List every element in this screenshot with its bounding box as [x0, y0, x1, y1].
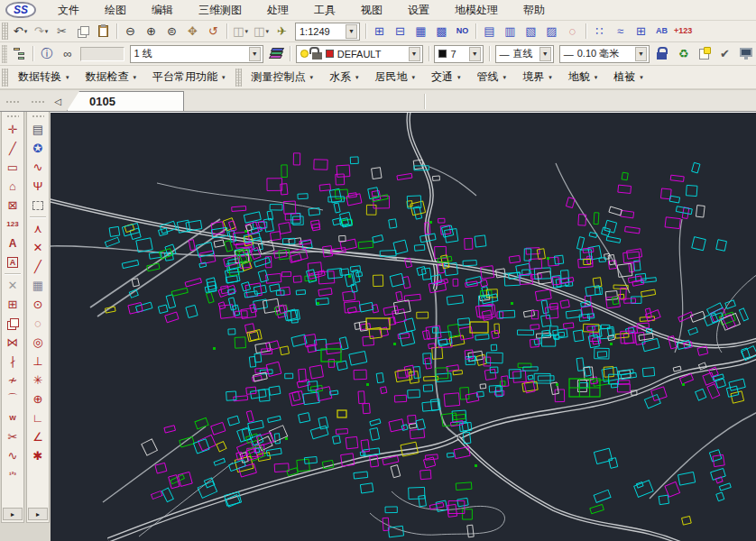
viewport-grid-icon[interactable]: ▩ [432, 22, 451, 41]
plan-view-icon[interactable]: ◫▾ [252, 22, 271, 41]
menu-button-0-2[interactable]: 平台常用功能▾ [145, 69, 233, 87]
notebook-icon[interactable]: ▤ [28, 120, 48, 139]
clip-icon[interactable]: ✂ [3, 427, 23, 446]
menu-button-1-0[interactable]: 测量控制点▾ [244, 69, 321, 87]
mirror-icon[interactable]: ⋈ [3, 333, 23, 352]
scale-combo[interactable]: 1:1249▼ [295, 23, 360, 41]
segment-icon[interactable]: ╱ [28, 257, 48, 276]
menu-button-1-3[interactable]: 交通▾ [424, 69, 468, 87]
menu-button-1-7[interactable]: 植被▾ [606, 69, 650, 87]
copy-icon[interactable] [73, 22, 92, 41]
named-view-icon[interactable]: ◫▾ [231, 22, 250, 41]
extend-icon[interactable]: ≁ [3, 371, 23, 390]
menu-item-3[interactable]: 三维测图 [186, 1, 254, 20]
zoom-in-icon[interactable]: ⊕ [142, 22, 161, 41]
drawing-tab-0105[interactable]: 0105 [67, 91, 184, 111]
color-combo[interactable]: 7▼ [434, 45, 483, 63]
menu-item-0[interactable]: 文件 [45, 1, 92, 20]
perpendicular-icon[interactable]: ⊥ [28, 352, 48, 371]
arc-bridge-icon[interactable]: ⌒ [3, 390, 23, 408]
no-draw-icon[interactable]: NO [453, 22, 472, 41]
regen-icon[interactable]: ♻ [674, 44, 693, 63]
loop-select-icon[interactable]: ◌ [563, 22, 582, 41]
layer-combo-dropdown[interactable]: ▼ [409, 47, 420, 61]
cut-icon[interactable]: ✂ [52, 22, 71, 41]
menu-item-7[interactable]: 设置 [395, 1, 442, 20]
code-display-icon[interactable]: +123 [673, 22, 693, 41]
edit-attributes-icon[interactable] [695, 44, 714, 63]
menu-button-1-1[interactable]: 水系▾ [322, 69, 366, 87]
pan-hand-icon[interactable]: ✥ [183, 22, 202, 41]
display-order-icon[interactable] [736, 44, 755, 63]
text-display-icon[interactable]: AB [652, 22, 671, 41]
zoom-out-icon[interactable]: ⊖ [121, 22, 140, 41]
map-target-icon[interactable]: ▥ [501, 22, 520, 41]
entity-combo[interactable]: 1 线▼ [130, 45, 263, 63]
toolbar-overflow-button[interactable]: ▸ [28, 508, 48, 520]
redo-icon-dropdown[interactable]: ▾ [45, 28, 49, 35]
tab-scroll-left-button[interactable]: ◁ [51, 93, 65, 109]
menu-item-2[interactable]: 编辑 [139, 1, 186, 20]
axis-corner-icon[interactable]: ∟ [28, 408, 48, 427]
join-icon[interactable]: ⊞ [3, 295, 23, 314]
axis-angle-icon[interactable]: ∠ [28, 427, 48, 446]
menu-button-1-2[interactable]: 居民地▾ [368, 69, 423, 87]
w-node-icon[interactable]: Ψ [28, 177, 48, 196]
menu-item-9[interactable]: 帮助 [511, 1, 558, 20]
menu-button-0-0[interactable]: 数据转换▾ [11, 69, 77, 87]
linetype-combo-dropdown[interactable]: ▼ [539, 47, 551, 61]
spectacles-icon[interactable]: ∞ [58, 44, 77, 63]
paste-icon[interactable] [94, 22, 113, 41]
coord-list-icon[interactable]: ¹²³ [3, 465, 23, 484]
circle-node-icon[interactable]: ◌ [28, 314, 48, 333]
layers-icon[interactable] [267, 44, 286, 63]
layer-combo-bulb-icon[interactable] [300, 50, 309, 58]
menu-button-1-4[interactable]: 管线▾ [470, 69, 514, 87]
entity-combo-dropdown[interactable]: ▼ [249, 47, 261, 61]
viewport-3-icon[interactable]: ▦ [411, 22, 430, 41]
object-tree-icon[interactable] [10, 44, 29, 63]
linetype-combo[interactable]: —直线▼ [495, 45, 554, 63]
zoom-window-icon[interactable]: ⊜ [162, 22, 181, 41]
menu-item-5[interactable]: 工具 [301, 1, 348, 20]
viewport-2-icon[interactable]: ⊟ [391, 22, 410, 41]
viewport-1-icon[interactable]: ⊞ [370, 22, 389, 41]
copy-object-icon[interactable] [3, 314, 23, 333]
lineweight-combo[interactable]: —0.10 毫米▼ [559, 45, 650, 63]
drawing-canvas-area[interactable] [51, 112, 756, 541]
map-check-icon[interactable]: ▨ [542, 22, 561, 41]
menu-button-1-6[interactable]: 地貌▾ [561, 69, 605, 87]
lasso-icon[interactable]: ◎ [28, 333, 48, 352]
toolbar-overflow-button[interactable]: ▸ [3, 508, 23, 520]
grid-select-icon[interactable]: ⊠ [3, 196, 23, 215]
polyline-node-icon[interactable]: ⋏ [28, 219, 48, 238]
map-canvas[interactable] [51, 113, 756, 541]
lock-icon[interactable] [653, 44, 672, 63]
plus-node-icon[interactable]: ⊕ [28, 390, 48, 408]
circle-center-icon[interactable]: ⊙ [28, 295, 48, 314]
menu-item-6[interactable]: 视图 [348, 1, 395, 20]
draw-line-icon[interactable]: ╱ [3, 139, 23, 158]
pipe-bend-icon[interactable]: ∿ [3, 446, 23, 465]
undo-icon[interactable]: ↶▾ [11, 22, 30, 41]
window-select-icon[interactable] [28, 196, 48, 215]
layer-combo[interactable]: DEFAULT▼ [296, 45, 423, 63]
node-cross-icon[interactable]: ✕ [28, 238, 48, 257]
valley-line-icon[interactable]: W [3, 408, 23, 427]
menu-button-1-5[interactable]: 境界▾ [515, 69, 559, 87]
plan-view-icon-dropdown[interactable]: ▾ [265, 28, 269, 35]
menu-button-0-1[interactable]: 数据检查▾ [78, 69, 144, 87]
linetype-display-icon[interactable]: ≈ [611, 22, 630, 41]
layer-combo-unlock-icon[interactable] [312, 52, 322, 60]
grid-icon[interactable]: ▦ [28, 276, 48, 295]
break-icon[interactable]: ∤ [3, 352, 23, 371]
color-combo-dropdown[interactable]: ▼ [469, 47, 481, 61]
redo-icon[interactable]: ↷▾ [32, 22, 51, 41]
fly-view-icon[interactable]: ✈ [272, 22, 291, 41]
map-edit-icon[interactable]: ▧ [521, 22, 540, 41]
text-style-icon[interactable]: A [3, 252, 23, 271]
symbol-library-icon[interactable]: ✪ [28, 139, 48, 158]
menu-item-4[interactable]: 处理 [254, 1, 301, 20]
draw-rect-icon[interactable]: ▭ [3, 158, 23, 177]
menu-item-8[interactable]: 地模处理 [442, 1, 511, 20]
